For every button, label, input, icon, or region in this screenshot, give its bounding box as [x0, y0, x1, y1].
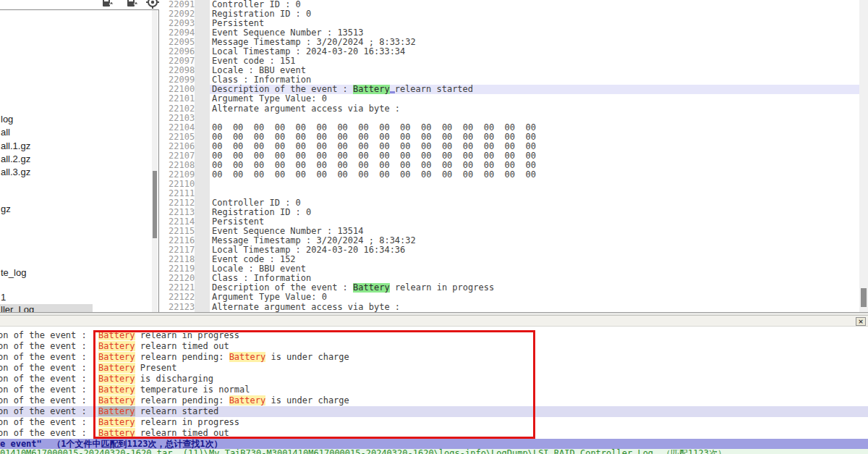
bookmark-margin[interactable] [195, 85, 210, 94]
editor-line[interactable]: 22115Event Sequence Number : 13514 [159, 227, 859, 236]
editor-scrollbar-thumb[interactable] [861, 288, 867, 307]
editor-line[interactable]: 22113Registration ID : 0 [159, 208, 859, 217]
editor-line[interactable]: 2210900 00 00 00 00 00 00 00 00 00 00 00… [159, 170, 859, 180]
file-list-item[interactable]: gz [0, 203, 11, 215]
bookmark-margin[interactable] [195, 0, 210, 9]
bookmark-margin[interactable] [195, 123, 210, 133]
editor-line[interactable]: 2210700 00 00 00 00 00 00 00 00 00 00 00… [159, 151, 859, 161]
bookmark-margin[interactable] [195, 75, 210, 85]
bookmark-margin[interactable] [195, 66, 210, 75]
editor-line[interactable]: 22094Event Sequence Number : 13513 [159, 28, 859, 38]
file-list-scrollbar-thumb[interactable] [153, 171, 157, 238]
editor-line[interactable]: 22092Registration ID : 0 [159, 9, 859, 19]
line-text: Description of the event : Batteryrelear… [210, 85, 859, 94]
editor-line[interactable]: 22122Argument Type Value: 0 [159, 293, 859, 302]
bookmark-margin[interactable] [195, 208, 210, 217]
result-row[interactable]: on of the event : Battery relearn timed … [0, 341, 868, 352]
editor-line[interactable]: 22112Controller ID : 0 [159, 198, 859, 208]
line-text: Registration ID : 0 [210, 9, 859, 19]
editor-line[interactable]: 22120Class : Information [159, 274, 859, 283]
editor-line[interactable]: 22119Locale : BBU event [159, 264, 859, 274]
bookmark-margin[interactable] [195, 19, 210, 28]
bookmark-margin[interactable] [195, 217, 210, 227]
export-panel-icon[interactable] [101, 0, 114, 9]
file-list-item[interactable]: all.1.gz [0, 140, 30, 152]
editor-line[interactable]: 22117Local Timestamp : 2024-03-20 16:34:… [159, 245, 859, 255]
editor-line[interactable]: 2210500 00 00 00 00 00 00 00 00 00 00 00… [159, 133, 859, 142]
bookmark-margin[interactable] [195, 189, 210, 198]
bookmark-margin[interactable] [195, 142, 210, 151]
editor-line[interactable]: 22093Persistent [159, 19, 859, 28]
log-editor[interactable]: 22091Controller ID : 022092Registration … [159, 0, 859, 312]
file-list-item[interactable]: 1 [0, 292, 6, 303]
file-list-item[interactable]: te_log [0, 267, 26, 279]
result-row[interactable]: on of the event : Battery is discharging [0, 374, 868, 384]
bookmark-margin[interactable] [195, 56, 210, 66]
editor-line[interactable]: 22102Alternate argument access via byte … [159, 104, 859, 114]
bookmark-margin[interactable] [195, 293, 210, 302]
bookmark-margin[interactable] [195, 114, 210, 123]
file-list-item[interactable]: log [0, 114, 13, 125]
result-row[interactable]: on of the event : Battery relearn timed … [0, 428, 868, 439]
editor-line[interactable]: 22095Message Timestamp : 3/20/2024 ; 8:3… [159, 38, 859, 47]
bookmark-margin[interactable] [195, 94, 210, 104]
bookmark-margin[interactable] [195, 47, 210, 56]
file-list-scrollbar[interactable] [152, 10, 158, 313]
line-text: Registration ID : 0 [210, 208, 859, 217]
editor-line[interactable]: 2210400 00 00 00 00 00 00 00 00 00 00 00… [159, 123, 859, 133]
editor-line[interactable]: 22121Description of the event : Battery … [159, 283, 859, 293]
line-text: Event code : 152 [210, 255, 859, 264]
bookmark-margin[interactable] [195, 198, 210, 208]
editor-line[interactable]: 2210800 00 00 00 00 00 00 00 00 00 00 00… [159, 161, 859, 170]
bookmark-margin[interactable] [195, 151, 210, 161]
bookmark-margin[interactable] [195, 161, 210, 170]
editor-line[interactable]: 22116Message Timestamp : 3/20/2024 ; 8:3… [159, 236, 859, 245]
close-icon[interactable]: × [856, 317, 866, 326]
result-row[interactable]: on of the event : Battery relearn in pro… [0, 330, 868, 341]
editor-line[interactable]: 22100Description of the event : Batteryr… [159, 85, 859, 94]
bookmark-margin[interactable] [195, 38, 210, 47]
file-list-item[interactable]: all [0, 127, 10, 138]
result-row-prefix: on of the event : [0, 395, 92, 406]
file-list-item[interactable]: all.2.gz [0, 154, 30, 165]
bookmark-margin[interactable] [195, 28, 210, 38]
search-summary-line[interactable]: e event" （1个文件中匹配到1123次，总计查找1次） [0, 439, 868, 449]
editor-line[interactable]: 22123Alternate argument access via byte … [159, 303, 859, 312]
bookmark-margin[interactable] [195, 227, 210, 236]
editor-line[interactable]: 22111 [159, 189, 859, 198]
bookmark-margin[interactable] [195, 245, 210, 255]
result-row[interactable]: on of the event : Battery relearn in pro… [0, 417, 868, 428]
result-row[interactable]: on of the event : Battery relearn pendin… [0, 352, 868, 363]
bookmark-margin[interactable] [195, 283, 210, 293]
bookmark-margin[interactable] [195, 9, 210, 19]
bookmark-margin[interactable] [195, 264, 210, 274]
editor-line[interactable]: 22096Local Timestamp : 2024-03-20 16:33:… [159, 47, 859, 56]
editor-scrollbar[interactable] [859, 0, 868, 312]
editor-line[interactable]: 22091Controller ID : 0 [159, 0, 859, 9]
editor-line[interactable]: 2210600 00 00 00 00 00 00 00 00 00 00 00… [159, 142, 859, 151]
bookmark-margin[interactable] [195, 274, 210, 283]
locate-target-icon[interactable] [146, 0, 159, 9]
editor-line[interactable]: 22114Persistent [159, 217, 859, 227]
result-row[interactable]: on of the event : Battery temperature is… [0, 384, 868, 395]
bookmark-margin[interactable] [195, 303, 210, 312]
bookmark-margin[interactable] [195, 236, 210, 245]
search-file-line[interactable]: 01410M617000015-20240320-1620.tar (11)\M… [0, 449, 868, 454]
editor-line[interactable]: 22097Event code : 151 [159, 56, 859, 66]
bookmark-margin[interactable] [195, 104, 210, 114]
editor-line[interactable]: 22103 [159, 114, 859, 123]
editor-line[interactable]: 22118Event code : 152 [159, 255, 859, 264]
editor-line[interactable]: 22110 [159, 180, 859, 189]
result-row[interactable]: on of the event : Battery relearn starte… [0, 406, 868, 417]
bookmark-margin[interactable] [195, 255, 210, 264]
editor-line[interactable]: 22101Argument Type Value: 0 [159, 94, 859, 104]
file-list-item[interactable]: all.3.gz [0, 167, 30, 178]
result-row[interactable]: on of the event : Battery Present [0, 363, 868, 374]
result-row[interactable]: on of the event : Battery relearn pendin… [0, 395, 868, 406]
bookmark-margin[interactable] [195, 170, 210, 180]
editor-line[interactable]: 22099Class : Information [159, 75, 859, 85]
bookmark-margin[interactable] [195, 133, 210, 142]
export-panel-icon[interactable] [126, 0, 139, 9]
editor-line[interactable]: 22098Locale : BBU event [159, 66, 859, 75]
bookmark-margin[interactable] [195, 180, 210, 189]
